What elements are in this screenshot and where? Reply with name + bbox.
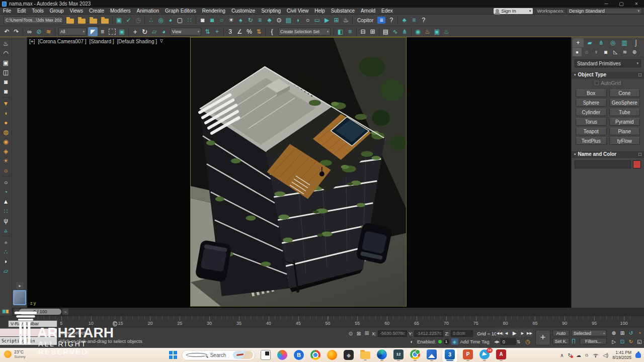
name-color-rollout-header[interactable]: ▾ Name and Color — [572, 150, 644, 158]
y-coordinate-field[interactable]: -1412.2257c — [414, 330, 443, 337]
object-name-field[interactable] — [575, 160, 631, 168]
key-filters-button[interactable]: Filters... — [580, 338, 607, 344]
key-mode-toggle-icon[interactable]: ◷ — [525, 338, 530, 345]
select-and-scale-icon[interactable]: ▱ — [149, 27, 159, 36]
tray-app-icon[interactable]: G — [585, 353, 588, 357]
material-palette-icon[interactable]: ◗ — [293, 16, 303, 25]
viewport-renderer-menu[interactable]: [Standard ] — [90, 39, 114, 44]
vray-camera-box-icon[interactable]: ◙ — [1, 77, 12, 86]
vray-disc-light-icon[interactable]: ◉ — [1, 137, 12, 146]
object-type-button-cone[interactable]: Cone — [609, 89, 640, 97]
play-button[interactable]: ▶ — [510, 329, 519, 337]
menu-item-file[interactable]: File — [0, 8, 14, 15]
tab-create-icon[interactable]: + — [573, 38, 584, 47]
taskbar-app-powerpoint[interactable]: P — [462, 349, 474, 361]
track-bar-ruler[interactable]: 5101520253035404550556065707580859095100 — [0, 316, 644, 328]
object-type-button-tube[interactable]: Tube — [609, 109, 640, 116]
vray-instancer-icon[interactable]: ∷ — [1, 206, 12, 216]
sunlight-icon[interactable]: ☀ — [226, 16, 236, 25]
viewport[interactable]: [+] [Corona Camera007 ] [Standard ] [Def… — [27, 37, 571, 308]
viewport-camera-menu[interactable]: [Corona Camera007 ] — [38, 39, 86, 44]
go-to-start-button[interactable]: ◀◀ — [496, 329, 503, 337]
curve-editor-icon[interactable]: ∿ — [390, 27, 400, 36]
reference-coordinate-system-dropdown[interactable]: View▾ — [170, 28, 201, 36]
import-file-icon[interactable] — [90, 19, 97, 24]
select-and-place-icon[interactable]: ◕ — [159, 27, 169, 36]
menu-item-create[interactable]: Create — [86, 8, 107, 15]
undo-icon[interactable]: ↶ — [2, 27, 12, 36]
menu-item-rendering[interactable]: Rendering — [199, 8, 228, 15]
subtab-systems-icon[interactable]: ⊛ — [630, 48, 639, 56]
vray-frame-buffer-icon[interactable]: ▣ — [1, 58, 12, 67]
use-pivot-point-icon[interactable]: ⇅ — [203, 27, 212, 36]
menu-item-edit[interactable]: Edit — [14, 8, 29, 15]
vray-fire-icon[interactable]: ▵ — [1, 225, 12, 235]
taskbar-app-calendar[interactable]: 12 — [392, 349, 405, 361]
vray-sun-system-icon[interactable]: ☼ — [1, 165, 12, 175]
minimize-button[interactable]: ─ — [599, 1, 614, 7]
auto-key-button[interactable]: Auto — [552, 330, 570, 336]
vray-sphere-fade-icon[interactable]: ◔ — [1, 187, 12, 197]
vray-spot-light-icon[interactable]: ▼ — [1, 99, 12, 108]
menu-item-customize[interactable]: Customize — [228, 8, 258, 15]
spinner-snap-icon[interactable]: ⇅ — [254, 27, 264, 36]
layers-panel-icon[interactable]: ▤ — [284, 16, 293, 25]
object-type-button-cylinder[interactable]: Cylinder — [576, 109, 607, 116]
render-teapot-icon[interactable]: ♨ — [341, 16, 351, 25]
frame-step-arrows[interactable]: ◀▶ — [494, 340, 500, 344]
select-similar-icon[interactable]: ▢ — [175, 16, 185, 25]
sync-notification-icon[interactable]: ↻ — [568, 352, 572, 358]
vray-sphere-light-icon[interactable]: ● — [1, 118, 12, 127]
object-color-swatch[interactable] — [633, 160, 641, 168]
vray-mesh-light-icon[interactable]: ◈ — [1, 146, 12, 156]
taskbar-app-chrome[interactable] — [309, 350, 321, 360]
menu-item-scripting[interactable]: Scripting — [258, 8, 284, 15]
tab-hierarchy-icon[interactable]: ⋔ — [596, 38, 607, 47]
flyout-arrow-button[interactable]: ▸ — [16, 282, 24, 289]
subtab-shapes-icon[interactable]: ◌ — [582, 48, 591, 56]
redo-icon[interactable]: ↷ — [12, 27, 21, 36]
zoom-icon[interactable]: ⊕ — [610, 329, 618, 337]
taskbar-app-copilot[interactable] — [276, 350, 288, 360]
schematic-view-icon[interactable]: ⋔ — [400, 27, 410, 36]
vray-palette-icon[interactable]: ◗ — [1, 256, 12, 266]
open-file-icon[interactable] — [78, 19, 86, 24]
select-and-rotate-icon[interactable]: ↻ — [140, 27, 149, 36]
script-list-icon[interactable]: ≡ — [409, 16, 419, 25]
macro-recorder-pane[interactable] — [0, 328, 57, 336]
default-in-out-tangent-icon[interactable]: ∏ — [572, 338, 576, 343]
next-frame-arrow[interactable]: > — [62, 309, 68, 315]
search-box[interactable]: Search — [182, 350, 255, 360]
maxscript-listener-pane[interactable]: Scripting Min — [0, 337, 57, 345]
object-type-button-plane[interactable]: Plane — [609, 128, 640, 135]
menu-item-civil-view[interactable]: Civil View — [284, 8, 311, 15]
keyframe-icon[interactable]: ◈ — [451, 338, 458, 345]
named-selection-sets-icon[interactable]: { — [267, 27, 277, 36]
new-scene-icon[interactable] — [66, 19, 74, 24]
maximize-viewport-icon[interactable]: ◱ — [635, 338, 643, 346]
subtab-cameras-icon[interactable]: ◙ — [601, 48, 610, 56]
time-slider-handle[interactable]: 0 / 100 — [19, 309, 61, 315]
subtab-geometry-icon[interactable]: ● — [573, 48, 582, 56]
named-selection-set-dropdown[interactable]: Create Selection Set▾ — [278, 28, 331, 36]
object-type-button-sphere[interactable]: Sphere — [576, 99, 607, 107]
track-bar-config-icon[interactable] — [2, 309, 10, 314]
tab-motion-icon[interactable]: ◎ — [607, 38, 618, 47]
welcome-sphere-icon[interactable]: ◐ — [409, 338, 415, 345]
walkthrough-icon[interactable]: ⊡ — [618, 338, 626, 346]
select-and-manipulate-icon[interactable]: + — [212, 27, 222, 36]
taskbar-app-firefox[interactable] — [326, 350, 338, 360]
time-slider-row[interactable]: < 0 / 100 > — [0, 308, 644, 316]
render-presets-list-icon[interactable]: ≡ — [255, 16, 265, 25]
taskbar-app-autocad[interactable]: A — [495, 349, 507, 361]
viewport-layout-icon[interactable]: ⊞ — [332, 16, 341, 25]
bind-to-space-warp-icon[interactable]: ≋ — [44, 27, 53, 36]
vray-camera-tripod-icon[interactable]: ▲ — [1, 197, 12, 206]
current-frame-field[interactable]: 0 — [501, 338, 516, 345]
workspaces-dropdown[interactable]: Design Standard ▾ — [567, 8, 642, 14]
menu-item-tools[interactable]: Tools — [29, 8, 46, 15]
subtab-helpers-icon[interactable]: ◺ — [611, 48, 620, 56]
paint-objects-icon[interactable]: ◕ — [166, 16, 175, 25]
render-setup-icon[interactable]: ♨ — [423, 27, 432, 36]
vray-render-icon[interactable]: ♨ — [1, 39, 12, 48]
